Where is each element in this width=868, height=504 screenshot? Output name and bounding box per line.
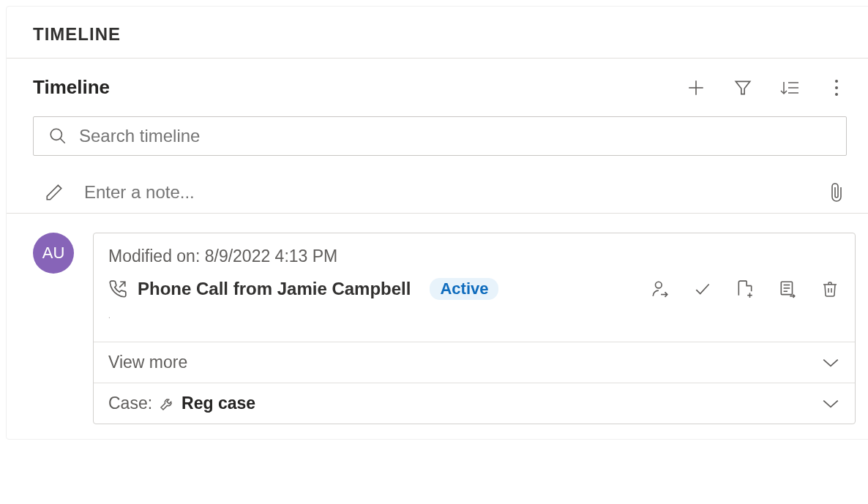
svg-point-7	[835, 80, 838, 83]
header-row: Timeline	[7, 59, 868, 108]
paperclip-icon	[828, 181, 845, 203]
wrench-icon	[158, 395, 176, 413]
case-name: Reg case	[182, 394, 255, 413]
status-badge: Active	[430, 278, 498, 300]
more-vertical-icon	[834, 78, 839, 97]
search-box[interactable]	[33, 116, 847, 156]
case-label: Case:	[108, 394, 152, 413]
activity-row: Phone Call from Jamie Campbell Active	[94, 272, 855, 307]
assign-button[interactable]	[650, 279, 670, 299]
funnel-icon	[733, 78, 752, 97]
svg-line-11	[60, 138, 65, 143]
checkmark-icon	[693, 279, 712, 298]
svg-marker-2	[736, 81, 750, 94]
activity-left: Phone Call from Jamie Campbell Active	[108, 278, 498, 300]
svg-point-13	[656, 282, 662, 288]
pencil-icon	[45, 183, 64, 202]
open-record-button[interactable]	[777, 279, 798, 299]
svg-point-9	[835, 93, 838, 96]
view-more-row[interactable]: View more	[94, 342, 855, 383]
modified-row: Modified on: 8/9/2022 4:13 PM	[94, 233, 855, 272]
activity-card: Modified on: 8/9/2022 4:13 PM Phone Call…	[93, 233, 856, 424]
case-row[interactable]: Case: Reg case	[94, 383, 855, 424]
avatar: AU	[33, 233, 74, 274]
document-arrow-icon	[778, 279, 797, 298]
ellipsis-text: .	[94, 307, 855, 342]
more-button[interactable]	[826, 78, 847, 98]
note-input[interactable]	[84, 182, 806, 203]
note-row	[7, 172, 868, 214]
trash-icon	[821, 279, 839, 298]
plus-icon	[686, 78, 706, 97]
chevron-down-icon	[821, 397, 840, 410]
delete-button[interactable]	[820, 279, 840, 299]
activity-title[interactable]: Phone Call from Jamie Campbell	[138, 279, 411, 299]
sort-icon	[779, 78, 800, 97]
attach-button[interactable]	[826, 182, 847, 203]
modified-label: Modified on:	[108, 247, 200, 266]
search-icon	[48, 127, 67, 146]
timeline-panel: TIMELINE Timeline AU	[6, 6, 868, 440]
person-arrow-icon	[651, 279, 670, 298]
sort-button[interactable]	[779, 78, 800, 98]
filter-button[interactable]	[733, 78, 753, 98]
section-title: TIMELINE	[7, 7, 868, 59]
svg-point-10	[50, 129, 61, 140]
add-button[interactable]	[686, 78, 706, 98]
search-input[interactable]	[79, 126, 831, 146]
activity-actions	[650, 279, 840, 299]
chevron-down-icon	[821, 356, 840, 369]
timeline-heading: Timeline	[33, 76, 110, 99]
svg-point-8	[835, 86, 838, 89]
view-more-label: View more	[108, 353, 187, 372]
complete-button[interactable]	[692, 279, 713, 299]
modified-value: 8/9/2022 4:13 PM	[205, 247, 338, 266]
phone-outgoing-icon	[108, 279, 127, 298]
record-area: AU Modified on: 8/9/2022 4:13 PM Phone C…	[7, 214, 868, 439]
svg-line-12	[119, 282, 125, 287]
header-actions	[686, 78, 847, 98]
add-to-queue-button[interactable]	[735, 279, 755, 299]
document-add-icon	[736, 279, 755, 298]
